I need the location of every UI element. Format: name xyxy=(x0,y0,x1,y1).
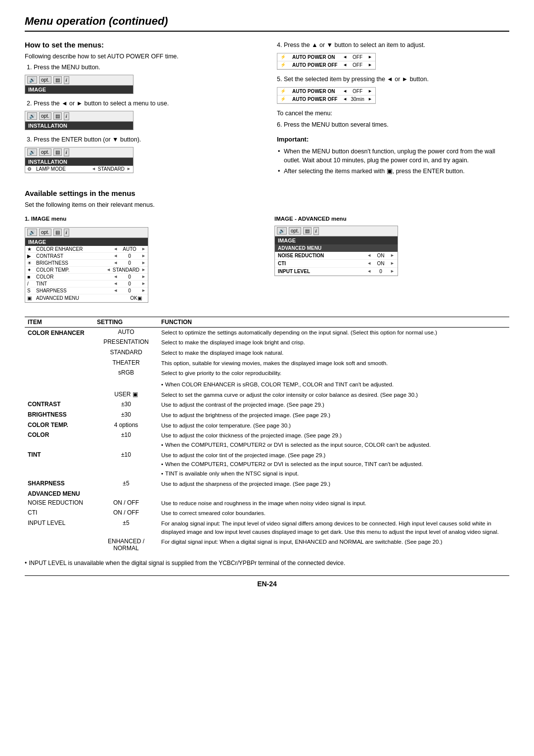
menu-label3: INSTALLATION xyxy=(25,158,133,166)
contrast-label: CONTRAST xyxy=(36,253,111,259)
cti-func: Use to correct smeared color boundaries. xyxy=(158,508,509,519)
image-row-brightness: ☀ BRIGHTNESS ◄ 0 ► xyxy=(25,260,148,267)
img-icon4: 𝒊 xyxy=(64,229,69,236)
table-row: USER ▣ Select to set the gamma curve or … xyxy=(25,390,509,400)
ce-setting-theater: THEATER xyxy=(94,358,158,369)
auto-power-off-row5: ⚡ AUTO POWER OFF ◄ 30min ► xyxy=(277,95,375,103)
input-level-item: INPUT LEVEL xyxy=(25,519,94,537)
colortemp-arrow-l: ◄ xyxy=(106,267,111,272)
color-val: 0 xyxy=(120,274,139,280)
adv-icon4: 𝒊 xyxy=(313,227,319,235)
contrast-arrow-r: ► xyxy=(141,253,146,258)
sharpness-icon: S xyxy=(27,288,34,293)
menu-icon2c: opt. xyxy=(39,148,51,156)
step-1: Press the MENU button. xyxy=(34,64,257,71)
advanced-label: ADVANCED MENU xyxy=(36,295,124,301)
table-row: COLOR TEMP. 4 options Use to adjust the … xyxy=(25,421,509,431)
table-row: CONTRAST ±30 Use to adjust the contrast … xyxy=(25,400,509,410)
tint-arrow-r: ► xyxy=(141,281,146,286)
menu-box-install-step2: 🔊 opt. ▤ 𝒊 INSTALLATION xyxy=(25,111,134,130)
ce-func-theater: This option, suitable for viewing movies… xyxy=(158,358,509,369)
advanced-menu-setting xyxy=(94,489,158,498)
noise-reduction-setting: ON / OFF xyxy=(94,498,158,509)
advanced-icon: ▣ xyxy=(27,295,34,301)
arrow-left-2: ◄ xyxy=(343,62,347,67)
image-row-tint: / TINT ◄ 0 ► xyxy=(25,281,148,287)
important-section: Important: When the MENU button doesn't … xyxy=(277,135,509,176)
table-row: CTI ON / OFF Use to correct smeared colo… xyxy=(25,508,509,519)
menu-icon2b: opt. xyxy=(39,112,51,120)
menu-label: IMAGE xyxy=(25,86,133,94)
tint-arrow-l: ◄ xyxy=(113,281,118,286)
power-on-icon: ⚡ xyxy=(280,54,289,59)
ce-func-srgb: Select to give priority to the color rep… xyxy=(158,368,509,378)
cti-arrow-l: ◄ xyxy=(367,261,371,266)
lamp-mode-row: ⚙ LAMP MODE ◄ STANDARD ► xyxy=(25,166,133,173)
adv-image-label: IMAGE xyxy=(275,236,398,244)
sharpness-label: SHARPNESS xyxy=(36,288,111,293)
menu-icon1c: 🔊 xyxy=(27,148,37,156)
col-function: FUNCTION xyxy=(158,317,509,327)
menu-header: 🔊 opt. ▤ 𝒊 xyxy=(25,75,133,86)
adv-icon2: opt. xyxy=(289,227,301,235)
table-row: SHARPNESS ±5 Use to adjust the sharpness… xyxy=(25,479,509,489)
brightness-icon: ☀ xyxy=(27,260,34,266)
input-level-val: 0 xyxy=(373,269,388,274)
page-number: EN-24 xyxy=(25,575,509,588)
available-settings-title: Available settings in the menus xyxy=(25,189,509,197)
colortemp-val: STANDARD xyxy=(113,267,139,273)
ce-func-user: Select to set the gamma curve or adjust … xyxy=(158,390,509,400)
brightness-func: Use to adjust the brightness of the proj… xyxy=(158,410,509,421)
auto-power-off-val: OFF xyxy=(350,62,365,68)
menu-icon4: 𝒊 xyxy=(64,76,69,84)
contrast-arrow-l: ◄ xyxy=(113,253,118,258)
color-setting: ±10 xyxy=(94,430,158,450)
footer-note-text: INPUT LEVEL is unavailable when the digi… xyxy=(29,560,345,567)
ce-func-srgb-note: When COLOR ENHANCER is sRGB, COLOR TEMP.… xyxy=(158,378,509,390)
steps-list-2: Press the ◄ or ► button to select a menu… xyxy=(34,100,257,107)
cancel-step: 6. Press the MENU button several times. xyxy=(277,120,509,130)
tint-bullet-1: When the COMPUTER1, COMPUTER2 or DVI is … xyxy=(161,460,506,469)
col-setting: SETTING xyxy=(94,317,158,327)
brightness-val: 0 xyxy=(120,260,139,266)
ce-icon: ★ xyxy=(27,246,34,252)
menu-box-image-step1: 🔊 opt. ▤ 𝒊 IMAGE xyxy=(25,75,134,94)
tint-label: TINT xyxy=(36,281,111,286)
table-row: STANDARD Select to make the displayed im… xyxy=(25,348,509,358)
colortemp-item: COLOR TEMP. xyxy=(25,421,94,431)
color-bullet: When the COMPUTER1, COMPUTER2 or DVI is … xyxy=(161,441,506,449)
cti-setting: ON / OFF xyxy=(94,508,158,519)
power-menu-step5: ⚡ AUTO POWER ON ◄ OFF ► ⚡ AUTO POWER OFF… xyxy=(277,87,376,104)
right-column: 4. Press the ▲ or ▼ button to select an … xyxy=(277,41,509,179)
power-menu-step4: ⚡ AUTO POWER ON ◄ OFF ► ⚡ AUTO POWER OFF… xyxy=(277,53,376,70)
brightness-arrow-r: ► xyxy=(141,260,146,265)
srgb-bullet: When COLOR ENHANCER is sRGB, COLOR TEMP.… xyxy=(161,380,506,389)
auto-power-on-val5: OFF xyxy=(350,89,365,94)
color-arrow-r: ► xyxy=(141,274,146,279)
auto-power-on-row4: ⚡ AUTO POWER ON ◄ OFF ► xyxy=(277,53,375,61)
ce-func-auto: Select to optimize the settings automati… xyxy=(158,327,509,337)
advanced-menu-box: 🔊 opt. ▤ 𝒊 IMAGE ADVANCED MENU NOISE RED… xyxy=(274,226,398,276)
contrast-item: CONTRAST xyxy=(25,400,94,410)
tint-setting: ±10 xyxy=(94,450,158,479)
how-to-set-intro: Following describe how to set AUTO POWER… xyxy=(25,52,257,61)
menu-icon1b: 🔊 xyxy=(27,112,37,120)
brightness-setting: ±30 xyxy=(94,410,158,421)
table-row: PRESENTATION Select to make the displaye… xyxy=(25,337,509,348)
colortemp-label: COLOR TEMP. xyxy=(36,267,104,273)
arrow-left-1: ◄ xyxy=(343,54,347,59)
contrast-val: 0 xyxy=(120,253,139,259)
arrow-right-2: ► xyxy=(368,62,372,67)
table-row: ENHANCED /NORMAL For digital signal inpu… xyxy=(25,537,509,553)
available-settings-section: Available settings in the menus Set the … xyxy=(25,189,509,309)
image-row-contrast: ▶ CONTRAST ◄ 0 ► xyxy=(25,253,148,260)
table-row: INPUT LEVEL ±5 For analog signal input: … xyxy=(25,519,509,537)
contrast-func: Use to adjust the contrast of the projec… xyxy=(158,400,509,410)
menu-box-install-step3: 🔊 opt. ▤ 𝒊 INSTALLATION ⚙ LAMP MODE ◄ ST… xyxy=(25,147,134,173)
tint-bullet-2: TINT is available only when the NTSC sig… xyxy=(161,470,506,478)
image-menu-title: 1. IMAGE menu xyxy=(25,215,260,223)
input-level-func-enhanced: For digital signal input: When a digital… xyxy=(158,537,509,553)
how-to-set-title: How to set the menus: xyxy=(25,41,257,49)
table-row: NOISE REDUCTION ON / OFF Use to reduce n… xyxy=(25,498,509,509)
contrast-setting: ±30 xyxy=(94,400,158,410)
